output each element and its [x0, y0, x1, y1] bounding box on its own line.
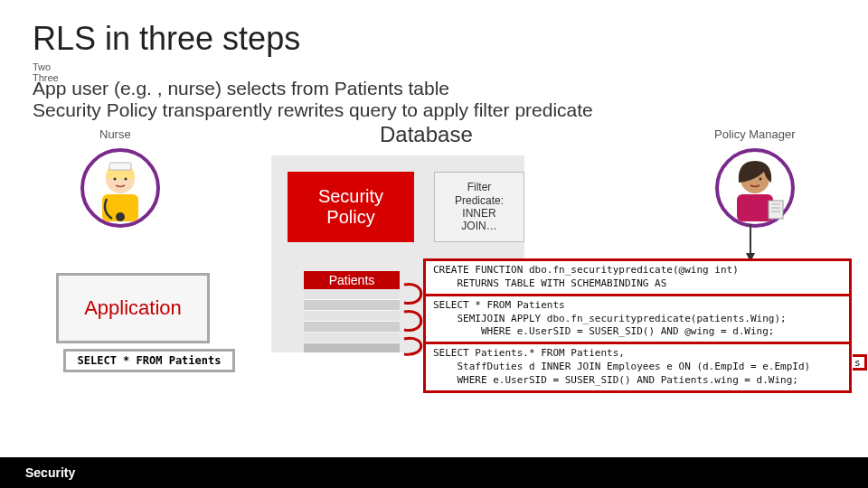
svg-point-4 [114, 178, 117, 181]
table-row [304, 311, 400, 322]
svg-point-5 [125, 178, 127, 181]
policy-manager-label: Policy Manager [714, 127, 796, 141]
table-row [304, 322, 400, 333]
code-overhang: s [853, 354, 867, 371]
code-block-semijoin: SELECT * FROM Patients SEMIJOIN APPLY db… [423, 294, 852, 345]
table-row [304, 333, 400, 343]
footer-label: Security [25, 465, 75, 480]
page-title: RLS in three steps [33, 20, 300, 58]
nurse-label: Nurse [99, 127, 131, 141]
patients-table: Patients [304, 271, 400, 352]
svg-rect-8 [737, 194, 773, 221]
filter-predicate-box: Filter Predicate: INNER JOIN… [434, 172, 524, 242]
slide: RLS in three steps Two Three App user (e… [0, 0, 868, 488]
database-label: Database [380, 122, 473, 147]
code-stack: CREATE FUNCTION dbo.fn_securitypredicate… [423, 258, 852, 390]
query-box: SELECT * FROM Patients [63, 349, 235, 372]
code-block-create-function: CREATE FUNCTION dbo.fn_securitypredicate… [423, 258, 852, 296]
table-row [304, 289, 400, 300]
code-block-final-select: SELECT Patients.* FROM Patients, StaffDu… [423, 342, 852, 393]
svg-point-6 [116, 212, 125, 221]
svg-point-11 [760, 178, 762, 181]
subtitle-line-1: App user (e.g. , nurse) selects from Pat… [33, 78, 449, 99]
code-text: WHERE e.UserSID = SUSER_SID() AND @wing … [433, 325, 775, 337]
nurse-avatar-icon [80, 145, 161, 235]
footer-bar: Security [0, 457, 868, 488]
code-text: SELECT * FROM Patients SEMIJOIN APPLY db… [433, 299, 787, 324]
svg-point-10 [749, 178, 751, 181]
policy-manager-avatar-icon [714, 145, 796, 235]
svg-rect-3 [109, 163, 131, 170]
security-policy-box: Security Policy [288, 172, 414, 242]
patients-table-header: Patients [304, 271, 400, 289]
application-box: Application [56, 273, 210, 343]
table-row [304, 300, 400, 311]
subtitle-line-2: Security Policy transparently rewrites q… [33, 99, 593, 121]
manager-to-code-arrow-icon [741, 224, 760, 262]
svg-rect-12 [769, 201, 783, 219]
